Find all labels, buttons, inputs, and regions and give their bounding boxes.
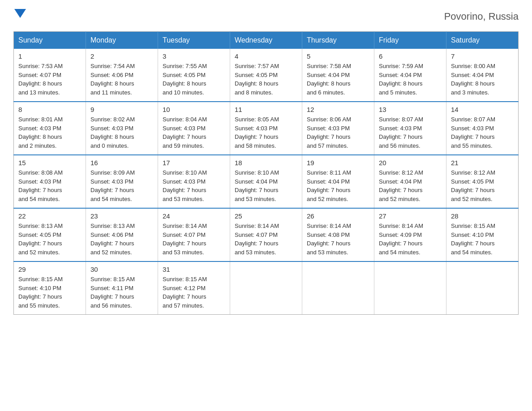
table-row: 29Sunrise: 8:15 AMSunset: 4:10 PMDayligh… [14, 261, 86, 315]
col-monday: Monday [86, 32, 158, 49]
location-subtitle: Povorino, Russia [444, 11, 519, 22]
col-tuesday: Tuesday [158, 32, 230, 49]
day-info: Sunrise: 8:15 AMSunset: 4:10 PMDaylight:… [451, 222, 514, 257]
logo [13, 9, 27, 20]
day-info: Sunrise: 8:13 AMSunset: 4:05 PMDaylight:… [18, 222, 81, 257]
day-info: Sunrise: 8:06 AMSunset: 4:03 PMDaylight:… [307, 115, 369, 150]
table-row [374, 261, 446, 315]
day-info: Sunrise: 8:14 AMSunset: 4:08 PMDaylight:… [307, 222, 369, 257]
day-number: 21 [451, 159, 514, 167]
day-number: 3 [163, 52, 225, 60]
table-row: 6Sunrise: 7:59 AMSunset: 4:04 PMDaylight… [374, 49, 446, 102]
table-row: 10Sunrise: 8:04 AMSunset: 4:03 PMDayligh… [158, 102, 230, 155]
calendar-week-row: 8Sunrise: 8:01 AMSunset: 4:03 PMDaylight… [14, 102, 519, 155]
col-friday: Friday [374, 32, 446, 49]
calendar-body: 1Sunrise: 7:53 AMSunset: 4:07 PMDaylight… [14, 49, 519, 315]
table-row: 12Sunrise: 8:06 AMSunset: 4:03 PMDayligh… [302, 102, 374, 155]
calendar-table: Sunday Monday Tuesday Wednesday Thursday… [13, 31, 519, 315]
day-number: 31 [163, 265, 225, 273]
table-row: 23Sunrise: 8:13 AMSunset: 4:06 PMDayligh… [86, 208, 158, 261]
table-row: 2Sunrise: 7:54 AMSunset: 4:06 PMDaylight… [86, 49, 158, 102]
table-row: 17Sunrise: 8:10 AMSunset: 4:03 PMDayligh… [158, 155, 230, 208]
day-number: 4 [235, 52, 297, 60]
day-number: 30 [90, 265, 153, 273]
calendar-week-row: 22Sunrise: 8:13 AMSunset: 4:05 PMDayligh… [14, 208, 519, 261]
day-number: 6 [379, 52, 442, 60]
day-number: 19 [307, 159, 369, 167]
day-number: 22 [18, 212, 81, 220]
day-number: 15 [18, 159, 81, 167]
page-header: Povorino, Russia [13, 9, 519, 22]
days-of-week-row: Sunday Monday Tuesday Wednesday Thursday… [14, 32, 519, 49]
table-row: 8Sunrise: 8:01 AMSunset: 4:03 PMDaylight… [14, 102, 86, 155]
day-info: Sunrise: 8:10 AMSunset: 4:03 PMDaylight:… [163, 168, 225, 203]
day-number: 17 [163, 159, 225, 167]
day-info: Sunrise: 8:11 AMSunset: 4:04 PMDaylight:… [307, 168, 369, 203]
logo-chevron-icon [14, 9, 26, 18]
day-info: Sunrise: 7:59 AMSunset: 4:04 PMDaylight:… [379, 62, 442, 97]
day-info: Sunrise: 8:14 AMSunset: 4:07 PMDaylight:… [163, 222, 225, 257]
day-number: 10 [163, 106, 225, 113]
table-row: 11Sunrise: 8:05 AMSunset: 4:03 PMDayligh… [230, 102, 302, 155]
day-info: Sunrise: 8:10 AMSunset: 4:04 PMDaylight:… [235, 168, 297, 203]
day-info: Sunrise: 8:09 AMSunset: 4:03 PMDaylight:… [90, 168, 153, 203]
col-wednesday: Wednesday [230, 32, 302, 49]
table-row: 28Sunrise: 8:15 AMSunset: 4:10 PMDayligh… [446, 208, 519, 261]
day-number: 16 [90, 159, 153, 167]
day-info: Sunrise: 8:08 AMSunset: 4:03 PMDaylight:… [18, 168, 81, 203]
day-number: 11 [235, 106, 297, 113]
table-row: 24Sunrise: 8:14 AMSunset: 4:07 PMDayligh… [158, 208, 230, 261]
day-info: Sunrise: 7:58 AMSunset: 4:04 PMDaylight:… [307, 62, 369, 97]
table-row: 30Sunrise: 8:15 AMSunset: 4:11 PMDayligh… [86, 261, 158, 315]
day-info: Sunrise: 7:55 AMSunset: 4:05 PMDaylight:… [163, 62, 225, 97]
table-row [302, 261, 374, 315]
table-row: 1Sunrise: 7:53 AMSunset: 4:07 PMDaylight… [14, 49, 86, 102]
table-row: 21Sunrise: 8:12 AMSunset: 4:05 PMDayligh… [446, 155, 519, 208]
day-info: Sunrise: 8:04 AMSunset: 4:03 PMDaylight:… [163, 115, 225, 150]
day-info: Sunrise: 7:57 AMSunset: 4:05 PMDaylight:… [235, 62, 297, 97]
table-row: 31Sunrise: 8:15 AMSunset: 4:12 PMDayligh… [158, 261, 230, 315]
day-info: Sunrise: 8:15 AMSunset: 4:10 PMDaylight:… [18, 275, 81, 310]
table-row: 7Sunrise: 8:00 AMSunset: 4:04 PMDaylight… [446, 49, 519, 102]
col-thursday: Thursday [302, 32, 374, 49]
day-number: 28 [451, 212, 514, 220]
day-info: Sunrise: 8:15 AMSunset: 4:12 PMDaylight:… [163, 275, 225, 310]
day-info: Sunrise: 8:02 AMSunset: 4:03 PMDaylight:… [90, 115, 153, 150]
day-info: Sunrise: 8:01 AMSunset: 4:03 PMDaylight:… [18, 115, 81, 150]
table-row [446, 261, 519, 315]
day-info: Sunrise: 8:12 AMSunset: 4:04 PMDaylight:… [379, 168, 442, 203]
day-number: 13 [379, 106, 442, 113]
table-row: 3Sunrise: 7:55 AMSunset: 4:05 PMDaylight… [158, 49, 230, 102]
table-row: 22Sunrise: 8:13 AMSunset: 4:05 PMDayligh… [14, 208, 86, 261]
table-row: 4Sunrise: 7:57 AMSunset: 4:05 PMDaylight… [230, 49, 302, 102]
day-info: Sunrise: 8:14 AMSunset: 4:07 PMDaylight:… [235, 222, 297, 257]
day-number: 9 [90, 106, 153, 113]
table-row: 9Sunrise: 8:02 AMSunset: 4:03 PMDaylight… [86, 102, 158, 155]
day-number: 8 [18, 106, 81, 113]
day-number: 18 [235, 159, 297, 167]
day-number: 20 [379, 159, 442, 167]
day-info: Sunrise: 8:07 AMSunset: 4:03 PMDaylight:… [379, 115, 442, 150]
day-info: Sunrise: 7:53 AMSunset: 4:07 PMDaylight:… [18, 62, 81, 97]
day-number: 25 [235, 212, 297, 220]
table-row: 19Sunrise: 8:11 AMSunset: 4:04 PMDayligh… [302, 155, 374, 208]
day-info: Sunrise: 7:54 AMSunset: 4:06 PMDaylight:… [90, 62, 153, 97]
day-info: Sunrise: 8:15 AMSunset: 4:11 PMDaylight:… [90, 275, 153, 310]
day-number: 5 [307, 52, 369, 60]
calendar-header: Sunday Monday Tuesday Wednesday Thursday… [14, 32, 519, 49]
col-saturday: Saturday [446, 32, 519, 49]
day-info: Sunrise: 8:00 AMSunset: 4:04 PMDaylight:… [451, 62, 514, 97]
day-number: 26 [307, 212, 369, 220]
day-number: 14 [451, 106, 514, 113]
table-row: 20Sunrise: 8:12 AMSunset: 4:04 PMDayligh… [374, 155, 446, 208]
day-info: Sunrise: 8:07 AMSunset: 4:03 PMDaylight:… [451, 115, 514, 150]
day-number: 23 [90, 212, 153, 220]
table-row: 15Sunrise: 8:08 AMSunset: 4:03 PMDayligh… [14, 155, 86, 208]
day-number: 29 [18, 265, 81, 273]
table-row: 27Sunrise: 8:14 AMSunset: 4:09 PMDayligh… [374, 208, 446, 261]
day-number: 1 [18, 52, 81, 60]
day-number: 7 [451, 52, 514, 60]
table-row: 16Sunrise: 8:09 AMSunset: 4:03 PMDayligh… [86, 155, 158, 208]
day-info: Sunrise: 8:13 AMSunset: 4:06 PMDaylight:… [90, 222, 153, 257]
day-info: Sunrise: 8:14 AMSunset: 4:09 PMDaylight:… [379, 222, 442, 257]
